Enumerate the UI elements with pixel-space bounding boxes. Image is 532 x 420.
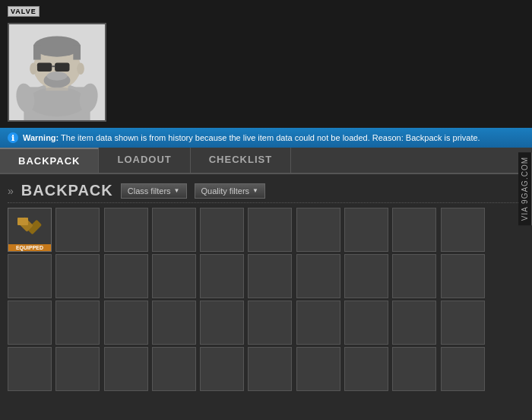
svg-rect-20	[17, 218, 28, 225]
grid-cell-1[interactable]: Equipped	[8, 208, 52, 252]
header-area: VALVE	[0, 0, 532, 128]
tab-loadout[interactable]: LOADOUT	[99, 148, 190, 173]
equipped-badge: Equipped	[8, 244, 51, 251]
grid-cell-30[interactable]	[441, 301, 485, 345]
grid-cell-16[interactable]	[248, 254, 292, 298]
grid-cell-27[interactable]	[296, 301, 340, 345]
tab-backpack[interactable]: BACKPACK	[0, 148, 99, 173]
grid-cell-36[interactable]	[248, 347, 292, 391]
grid-cell-15[interactable]	[200, 254, 244, 298]
grid-cell-13[interactable]	[104, 254, 148, 298]
grid-cell-3[interactable]	[104, 208, 148, 252]
grid-cell-24[interactable]	[152, 301, 196, 345]
valve-logo: VALVE	[8, 6, 40, 17]
warning-text: Warning: The item data shown is from his…	[23, 133, 480, 142]
grid-cell-29[interactable]	[392, 301, 436, 345]
info-icon: ℹ	[8, 132, 18, 143]
grid-cell-17[interactable]	[296, 254, 340, 298]
grid-cell-26[interactable]	[248, 301, 292, 345]
grid-cell-32[interactable]	[55, 347, 100, 391]
grid-cell-19[interactable]	[392, 254, 436, 298]
grid-cell-35[interactable]	[200, 347, 244, 391]
section-title: BACKPACK	[21, 182, 113, 199]
grid-cell-5[interactable]	[200, 208, 244, 252]
grid-cell-37[interactable]	[296, 347, 340, 391]
quality-filter-button[interactable]: Quality filters	[195, 183, 266, 199]
grid-cell-9[interactable]	[392, 208, 436, 252]
grid-cell-40[interactable]	[441, 347, 485, 391]
svg-point-14	[77, 62, 84, 75]
svg-rect-6	[33, 45, 41, 59]
grid-cell-8[interactable]	[344, 208, 388, 252]
svg-rect-8	[37, 62, 52, 72]
grid-cell-34[interactable]	[152, 347, 196, 391]
class-filter-button[interactable]: Class filters	[121, 183, 187, 199]
section-header: » BACKPACK Class filters Quality filters	[8, 179, 524, 203]
grid-cell-39[interactable]	[392, 347, 436, 391]
svg-rect-7	[73, 45, 81, 59]
grid-cell-11[interactable]	[8, 254, 52, 298]
grid-cell-25[interactable]	[200, 301, 244, 345]
warning-bar: ℹ Warning: The item data shown is from h…	[0, 128, 532, 148]
grid-cell-33[interactable]	[104, 347, 148, 391]
backpack-grid-wrapper: Equipped	[8, 208, 524, 391]
svg-rect-9	[55, 62, 69, 72]
grid-cell-18[interactable]	[344, 254, 388, 298]
content-area: » BACKPACK Class filters Quality filters…	[0, 174, 532, 396]
tabs-container: BACKPACK LOADOUT CHECKLIST	[0, 148, 532, 174]
grid-cell-6[interactable]	[248, 208, 292, 252]
grid-cell-14[interactable]	[152, 254, 196, 298]
section-arrows: »	[8, 185, 14, 197]
grid-cell-23[interactable]	[104, 301, 148, 345]
svg-point-12	[46, 72, 67, 81]
svg-point-15	[27, 87, 87, 116]
grid-cell-20[interactable]	[441, 254, 485, 298]
warning-message: The item data shown is from history beca…	[61, 133, 480, 142]
tab-checklist[interactable]: CHECKLIST	[191, 148, 291, 173]
backpack-grid: Equipped	[8, 208, 524, 391]
side-label: VIA 9GAG.COM	[518, 152, 532, 225]
grid-cell-2[interactable]	[55, 208, 100, 252]
svg-point-13	[30, 62, 37, 75]
grid-cell-4[interactable]	[152, 208, 196, 252]
grid-cell-12[interactable]	[55, 254, 100, 298]
avatar-container	[8, 23, 106, 122]
grid-cell-28[interactable]	[344, 301, 388, 345]
logo-area: VALVE	[8, 6, 106, 122]
grid-cell-22[interactable]	[55, 301, 100, 345]
grid-cell-38[interactable]	[344, 347, 388, 391]
grid-cell-31[interactable]	[8, 347, 52, 391]
grid-cell-21[interactable]	[8, 301, 52, 345]
grid-cell-7[interactable]	[296, 208, 340, 252]
warning-bold: Warning:	[23, 133, 59, 142]
grid-cell-10[interactable]	[441, 208, 485, 252]
